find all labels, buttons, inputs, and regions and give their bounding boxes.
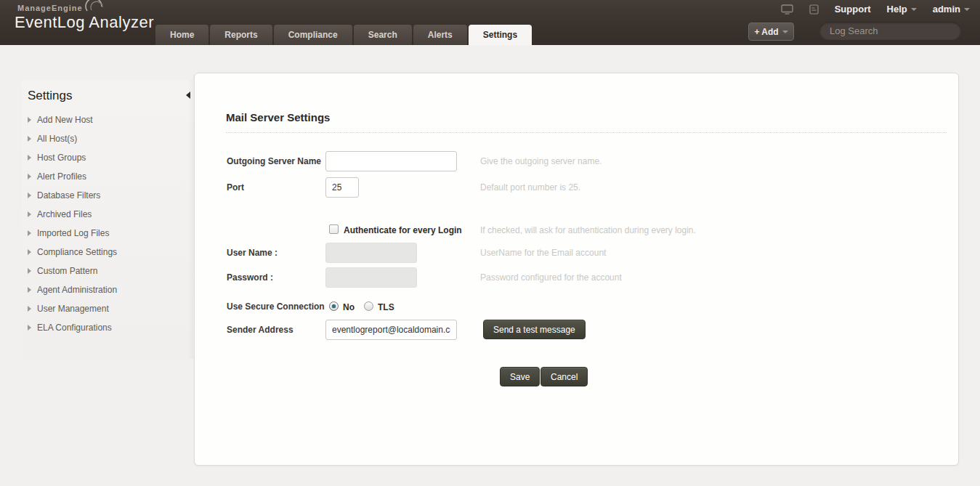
secure-tls-radio[interactable] bbox=[364, 301, 373, 311]
brand-logo: ManageEngine EventLog Analyzer bbox=[13, 4, 154, 32]
outgoing-server-input[interactable] bbox=[325, 151, 457, 171]
sidebar-item-label: Database Filters bbox=[37, 190, 100, 201]
sender-address-input[interactable] bbox=[325, 320, 457, 340]
mail-server-settings-panel: Mail Server Settings Outgoing Server Nam… bbox=[194, 73, 959, 466]
sidebar-item-label: Add New Host bbox=[37, 115, 93, 125]
sidebar-item-compliance-settings[interactable]: Compliance Settings bbox=[28, 243, 193, 262]
help-menu[interactable]: Help bbox=[887, 4, 917, 15]
chevron-down-icon bbox=[911, 8, 917, 11]
tab-alerts[interactable]: Alerts bbox=[413, 25, 467, 45]
title-divider bbox=[226, 132, 947, 133]
arrow-right-icon bbox=[28, 287, 31, 293]
log-search-input[interactable] bbox=[830, 25, 957, 36]
sidebar-item-ela-configurations[interactable]: ELA Configurations bbox=[28, 318, 193, 337]
sender-address-label: Sender Address bbox=[227, 325, 293, 335]
port-label: Port bbox=[227, 182, 244, 193]
add-button-label: + Add bbox=[754, 27, 778, 37]
cancel-button[interactable]: Cancel bbox=[540, 367, 588, 386]
authenticate-hint: If checked, will ask for authentication … bbox=[480, 225, 696, 235]
outgoing-server-label: Outgoing Server Name bbox=[227, 156, 321, 166]
sidebar-item-archived-files[interactable]: Archived Files bbox=[28, 205, 193, 224]
monitor-icon[interactable] bbox=[781, 4, 793, 15]
sidebar-item-host-groups[interactable]: Host Groups bbox=[28, 148, 193, 167]
port-input[interactable] bbox=[325, 177, 359, 198]
sidebar-item-agent-administration[interactable]: Agent Administration bbox=[28, 280, 193, 299]
chevron-down-icon bbox=[782, 31, 788, 33]
sidebar-item-label: Agent Administration bbox=[37, 285, 117, 295]
user-menu[interactable]: admin bbox=[933, 4, 970, 15]
sidebar-item-database-filters[interactable]: Database Filters bbox=[28, 186, 193, 205]
page: ManageEngine EventLog Analyzer Home Repo… bbox=[0, 0, 980, 486]
log-search-box bbox=[819, 22, 961, 40]
sidebar-item-imported-log-files[interactable]: Imported Log Files bbox=[28, 224, 193, 243]
arrow-right-icon bbox=[28, 325, 31, 331]
sidebar-item-label: Compliance Settings bbox=[37, 247, 117, 257]
help-label: Help bbox=[887, 4, 907, 15]
username-hint: UserName for the Email account bbox=[480, 248, 606, 258]
arrow-right-icon bbox=[28, 249, 31, 255]
arrow-right-icon bbox=[28, 268, 31, 274]
password-input[interactable] bbox=[325, 267, 417, 288]
arrow-right-icon bbox=[28, 230, 31, 236]
page-title: Mail Server Settings bbox=[226, 111, 330, 123]
username-input[interactable] bbox=[325, 243, 417, 263]
password-label: Password : bbox=[227, 272, 273, 283]
sidebar-item-label: User Management bbox=[37, 304, 109, 314]
document-icon[interactable] bbox=[809, 4, 819, 15]
sidebar-collapse-icon[interactable] bbox=[186, 92, 190, 99]
sidebar-item-custom-pattern[interactable]: Custom Pattern bbox=[28, 262, 193, 280]
save-button[interactable]: Save bbox=[500, 367, 540, 386]
tab-reports[interactable]: Reports bbox=[210, 25, 272, 45]
authenticate-checkbox[interactable] bbox=[329, 224, 339, 234]
arrow-right-icon bbox=[28, 306, 31, 312]
password-hint: Password configured for the account bbox=[480, 272, 622, 283]
authenticate-label: Authenticate for every Login bbox=[344, 225, 462, 235]
arrow-right-icon bbox=[28, 136, 31, 142]
arrow-right-icon bbox=[28, 211, 31, 217]
sidebar-item-label: All Host(s) bbox=[37, 134, 77, 144]
support-label: Support bbox=[835, 4, 871, 15]
sidebar-title: Settings bbox=[28, 89, 72, 102]
arrow-right-icon bbox=[28, 174, 31, 179]
sidebar-item-label: Imported Log Files bbox=[37, 228, 109, 238]
sidebar-item-label: ELA Configurations bbox=[37, 323, 112, 333]
user-label: admin bbox=[933, 4, 960, 15]
sidebar-item-label: Alert Profiles bbox=[37, 171, 86, 182]
outgoing-server-hint: Give the outgoing server name. bbox=[480, 156, 602, 166]
sidebar-item-label: Archived Files bbox=[37, 209, 92, 219]
sidebar-item-alert-profiles[interactable]: Alert Profiles bbox=[28, 167, 193, 186]
arrow-right-icon bbox=[28, 193, 31, 198]
swoosh-icon bbox=[83, 0, 108, 12]
tab-search[interactable]: Search bbox=[354, 25, 412, 45]
brand-product: EventLog Analyzer bbox=[13, 13, 154, 32]
sidebar-item-label: Host Groups bbox=[37, 153, 86, 163]
support-link[interactable]: Support bbox=[835, 4, 871, 15]
secure-no-radio[interactable] bbox=[329, 301, 339, 311]
username-label: User Name : bbox=[227, 248, 278, 258]
sidebar-item-label: Custom Pattern bbox=[37, 266, 97, 276]
secure-no-label: No bbox=[343, 302, 355, 312]
main-nav: Home Reports Compliance Search Alerts Se… bbox=[155, 25, 532, 45]
sidebar-item-add-new-host[interactable]: Add New Host bbox=[28, 110, 193, 129]
tab-settings[interactable]: Settings bbox=[469, 25, 532, 45]
secure-tls-label: TLS bbox=[378, 302, 394, 312]
top-utility-bar: Support Help admin bbox=[781, 4, 970, 15]
tab-home[interactable]: Home bbox=[155, 25, 208, 45]
arrow-right-icon bbox=[28, 117, 31, 123]
settings-sidebar: Settings Add New Host All Host(s) Host G… bbox=[22, 80, 193, 359]
sidebar-item-user-management[interactable]: User Management bbox=[28, 299, 193, 318]
secure-connection-label: Use Secure Connection bbox=[227, 301, 325, 312]
chevron-down-icon bbox=[964, 8, 970, 11]
arrow-right-icon bbox=[28, 155, 31, 161]
add-button[interactable]: + Add bbox=[748, 23, 794, 41]
port-hint: Default port number is 25. bbox=[480, 182, 580, 193]
sidebar-item-all-hosts[interactable]: All Host(s) bbox=[28, 129, 193, 148]
app-header: ManageEngine EventLog Analyzer Home Repo… bbox=[0, 0, 980, 45]
send-test-message-button[interactable]: Send a test message bbox=[483, 320, 586, 339]
tab-compliance[interactable]: Compliance bbox=[274, 25, 352, 45]
